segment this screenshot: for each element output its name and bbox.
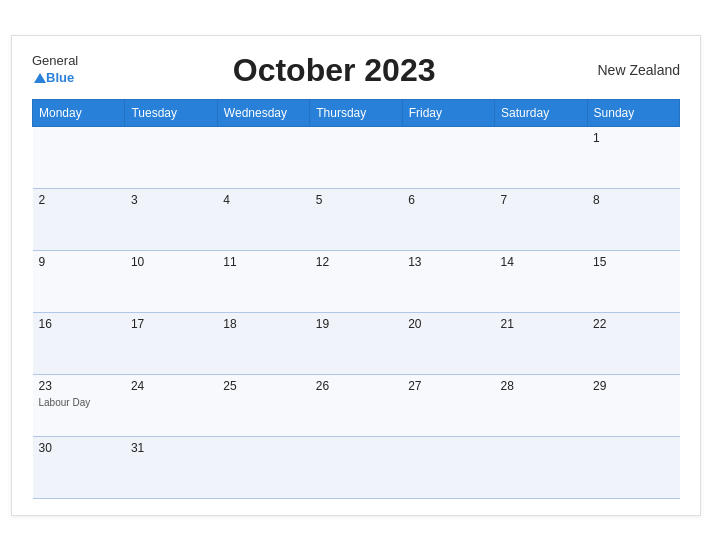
calendar-cell: 6 (402, 188, 494, 250)
day-number: 18 (223, 317, 303, 331)
calendar-cell (217, 126, 309, 188)
day-number: 21 (501, 317, 581, 331)
day-number: 11 (223, 255, 303, 269)
calendar-country: New Zealand (590, 62, 680, 78)
calendar-cell: 27 (402, 374, 494, 436)
weekday-header-wednesday: Wednesday (217, 99, 309, 126)
calendar-cell: 17 (125, 312, 217, 374)
calendar-cell (310, 126, 402, 188)
day-number: 12 (316, 255, 396, 269)
calendar-cell: 10 (125, 250, 217, 312)
calendar-cell: 22 (587, 312, 679, 374)
calendar-cell: 14 (495, 250, 587, 312)
day-number: 25 (223, 379, 303, 393)
calendar-cell: 7 (495, 188, 587, 250)
calendar-cell: 15 (587, 250, 679, 312)
calendar-cell: 13 (402, 250, 494, 312)
calendar-cell: 2 (33, 188, 125, 250)
day-number: 23 (39, 379, 119, 393)
weekday-header-tuesday: Tuesday (125, 99, 217, 126)
calendar-cell: 19 (310, 312, 402, 374)
day-number: 14 (501, 255, 581, 269)
holiday-label: Labour Day (39, 397, 91, 408)
calendar-cell (402, 126, 494, 188)
day-number: 15 (593, 255, 673, 269)
day-number: 5 (316, 193, 396, 207)
calendar-cell: 11 (217, 250, 309, 312)
calendar-cell: 18 (217, 312, 309, 374)
week-row-5: 3031 (33, 436, 680, 498)
day-number: 4 (223, 193, 303, 207)
weekday-header-monday: Monday (33, 99, 125, 126)
day-number: 6 (408, 193, 488, 207)
day-number: 19 (316, 317, 396, 331)
day-number: 27 (408, 379, 488, 393)
day-number: 1 (593, 131, 673, 145)
calendar-container: General Blue October 2023 New Zealand Mo… (11, 35, 701, 516)
day-number: 20 (408, 317, 488, 331)
calendar-cell: 21 (495, 312, 587, 374)
weekday-header-row: MondayTuesdayWednesdayThursdayFridaySatu… (33, 99, 680, 126)
weekday-header-saturday: Saturday (495, 99, 587, 126)
week-row-4: 23Labour Day242526272829 (33, 374, 680, 436)
calendar-cell (402, 436, 494, 498)
calendar-cell: 9 (33, 250, 125, 312)
day-number: 26 (316, 379, 396, 393)
day-number: 28 (501, 379, 581, 393)
calendar-cell: 29 (587, 374, 679, 436)
calendar-cell: 16 (33, 312, 125, 374)
calendar-cell (125, 126, 217, 188)
day-number: 16 (39, 317, 119, 331)
day-number: 31 (131, 441, 211, 455)
calendar-cell (310, 436, 402, 498)
day-number: 9 (39, 255, 119, 269)
day-number: 10 (131, 255, 211, 269)
logo-general-text: General (32, 54, 78, 68)
calendar-cell: 28 (495, 374, 587, 436)
day-number: 22 (593, 317, 673, 331)
logo-triangle-icon (34, 73, 46, 83)
day-number: 7 (501, 193, 581, 207)
calendar-cell: 12 (310, 250, 402, 312)
calendar-cell: 26 (310, 374, 402, 436)
calendar-cell: 31 (125, 436, 217, 498)
calendar-cell: 4 (217, 188, 309, 250)
calendar-cell: 20 (402, 312, 494, 374)
day-number: 3 (131, 193, 211, 207)
day-number: 24 (131, 379, 211, 393)
day-number: 30 (39, 441, 119, 455)
calendar-cell: 3 (125, 188, 217, 250)
weekday-header-friday: Friday (402, 99, 494, 126)
calendar-table: MondayTuesdayWednesdayThursdayFridaySatu… (32, 99, 680, 499)
calendar-tbody: 1234567891011121314151617181920212223Lab… (33, 126, 680, 498)
logo-blue-text: Blue (32, 68, 78, 86)
calendar-cell (217, 436, 309, 498)
calendar-cell: 23Labour Day (33, 374, 125, 436)
week-row-1: 2345678 (33, 188, 680, 250)
day-number: 17 (131, 317, 211, 331)
calendar-cell: 1 (587, 126, 679, 188)
calendar-cell (587, 436, 679, 498)
logo: General Blue (32, 54, 78, 86)
calendar-cell: 8 (587, 188, 679, 250)
calendar-cell (33, 126, 125, 188)
day-number: 13 (408, 255, 488, 269)
week-row-2: 9101112131415 (33, 250, 680, 312)
calendar-cell (495, 436, 587, 498)
weekday-header-sunday: Sunday (587, 99, 679, 126)
calendar-header: General Blue October 2023 New Zealand (32, 52, 680, 89)
calendar-cell (495, 126, 587, 188)
calendar-cell: 30 (33, 436, 125, 498)
weekday-header-thursday: Thursday (310, 99, 402, 126)
day-number: 2 (39, 193, 119, 207)
calendar-thead: MondayTuesdayWednesdayThursdayFridaySatu… (33, 99, 680, 126)
day-number: 8 (593, 193, 673, 207)
week-row-0: 1 (33, 126, 680, 188)
calendar-cell: 25 (217, 374, 309, 436)
day-number: 29 (593, 379, 673, 393)
calendar-cell: 5 (310, 188, 402, 250)
calendar-cell: 24 (125, 374, 217, 436)
week-row-3: 16171819202122 (33, 312, 680, 374)
calendar-title: October 2023 (78, 52, 590, 89)
